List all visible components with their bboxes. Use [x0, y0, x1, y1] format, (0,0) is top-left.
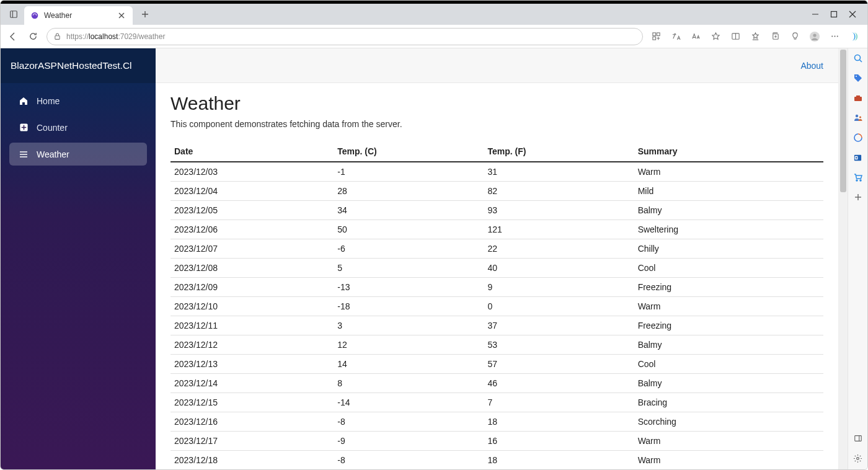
cell-tempc: 50 — [334, 220, 484, 239]
cell-date: 2023/12/11 — [170, 316, 334, 335]
nav-label-home: Home — [37, 96, 60, 106]
svg-rect-37 — [854, 97, 862, 101]
cell-tempc: -18 — [334, 297, 484, 316]
translate-icon[interactable] — [668, 28, 684, 45]
scrollbar-thumb[interactable] — [840, 50, 846, 192]
svg-point-2 — [32, 12, 38, 19]
topbar: About — [156, 48, 838, 83]
side-365-icon[interactable] — [852, 131, 864, 144]
table-row: 2023/12/131457Cool — [170, 355, 823, 374]
side-tools-icon[interactable] — [852, 92, 864, 104]
side-add-icon[interactable] — [852, 191, 864, 203]
cell-date: 2023/12/05 — [170, 201, 334, 220]
table-row: 2023/12/08540Cool — [170, 259, 823, 278]
th-summary: Summary — [634, 141, 823, 162]
table-row: 2023/12/10-180Warm — [170, 297, 823, 316]
svg-point-49 — [857, 457, 859, 459]
nav-label-counter: Counter — [37, 123, 68, 133]
cell-summary: Balmy — [634, 335, 823, 355]
side-shopping-tag-icon[interactable] — [852, 72, 864, 84]
table-row: 2023/12/07-622Chilly — [170, 239, 823, 259]
main: About Weather This component demonstrate… — [156, 48, 838, 469]
extensions-icon[interactable] — [648, 28, 664, 45]
page-scrollbar[interactable] — [838, 48, 848, 469]
cell-tempf: 53 — [484, 335, 634, 355]
weather-table: Date Temp. (C) Temp. (F) Summary 2023/12… — [170, 141, 823, 469]
svg-rect-11 — [55, 36, 60, 40]
cell-tempc: 28 — [334, 182, 484, 201]
table-row: 2023/12/042882Mild — [170, 182, 823, 201]
side-panel-toggle-icon[interactable] — [852, 432, 864, 445]
cell-tempc: -9 — [334, 432, 484, 451]
cell-tempc: 12 — [334, 335, 484, 355]
cell-tempf: 40 — [484, 259, 634, 278]
split-screen-icon[interactable] — [727, 28, 743, 45]
table-row: 2023/12/11337Freezing — [170, 316, 823, 335]
table-row: 2023/12/17-916Warm — [170, 432, 823, 451]
svg-line-35 — [859, 60, 862, 63]
profile-icon[interactable] — [807, 28, 823, 45]
tab-actions-icon[interactable] — [7, 7, 20, 21]
cell-tempc: -6 — [334, 239, 484, 259]
favorite-icon[interactable] — [707, 28, 724, 45]
svg-point-36 — [856, 76, 857, 77]
table-row: 2023/12/16-818Scorching — [170, 412, 823, 432]
svg-point-43 — [856, 180, 857, 181]
svg-rect-0 — [11, 11, 17, 18]
nav-item-counter[interactable]: Counter — [9, 116, 147, 139]
address-bar[interactable]: https://localhost:7029/weather — [46, 28, 643, 45]
collections-icon[interactable] — [767, 28, 783, 45]
text-size-icon[interactable] — [688, 28, 704, 45]
cell-summary: Bracing — [634, 393, 823, 412]
browser-essentials-icon[interactable] — [787, 28, 803, 45]
more-icon[interactable] — [826, 28, 843, 45]
side-search-icon[interactable] — [852, 52, 864, 64]
new-tab-button[interactable] — [136, 6, 154, 23]
svg-rect-13 — [657, 33, 660, 36]
table-row: 2023/12/121253Balmy — [170, 335, 823, 355]
blazor-favicon-icon — [30, 11, 39, 20]
side-settings-icon[interactable] — [852, 452, 864, 464]
table-row: 2023/12/18-818Warm — [170, 451, 823, 470]
about-link[interactable]: About — [800, 61, 823, 71]
nav-item-home[interactable]: Home — [9, 89, 147, 112]
window-minimize-icon[interactable] — [812, 11, 819, 18]
svg-point-34 — [854, 55, 860, 61]
nav-item-weather[interactable]: Weather — [9, 143, 147, 166]
app-brand[interactable]: BlazorASPNetHostedTest.Cl — [1, 48, 156, 83]
side-outlook-icon[interactable] — [852, 151, 864, 164]
cell-tempf: 121 — [484, 220, 634, 239]
cell-tempc: -14 — [334, 393, 484, 412]
cell-tempc: 14 — [334, 355, 484, 374]
copilot-icon[interactable] — [846, 28, 862, 45]
svg-point-39 — [859, 116, 861, 118]
side-person-icon[interactable] — [852, 112, 864, 124]
window-close-icon[interactable] — [849, 11, 856, 18]
browser-tab[interactable]: Weather — [24, 6, 133, 25]
favorites-list-icon[interactable] — [747, 28, 763, 45]
cell-summary: Cool — [634, 355, 823, 374]
cell-summary: Freezing — [634, 316, 823, 335]
cell-tempc: -1 — [334, 162, 484, 182]
tab-strip: Weather — [1, 4, 867, 25]
svg-point-25 — [831, 35, 833, 37]
cell-tempc: 5 — [334, 259, 484, 278]
table-row: 2023/12/03-131Warm — [170, 162, 823, 182]
window-maximize-icon[interactable] — [830, 11, 838, 18]
svg-rect-47 — [854, 436, 861, 441]
refresh-button[interactable] — [24, 28, 42, 45]
list-icon — [18, 149, 29, 160]
body-wrap: BlazorASPNetHostedTest.Cl Home — [1, 48, 867, 469]
content: Weather This component demonstrates fetc… — [156, 83, 838, 469]
tab-close-icon[interactable] — [117, 11, 126, 20]
url-text: https://localhost:7029/weather — [66, 32, 165, 41]
cell-tempf: 31 — [484, 162, 634, 182]
th-tempc: Temp. (C) — [334, 141, 484, 162]
back-button[interactable] — [4, 28, 22, 45]
site-info-icon[interactable] — [53, 32, 61, 40]
cell-tempf: 9 — [484, 278, 634, 297]
app: BlazorASPNetHostedTest.Cl Home — [1, 48, 838, 469]
tab-title: Weather — [44, 11, 117, 20]
browser-window: Weather https://localhost:7029/weathe — [0, 0, 868, 470]
side-cart-icon[interactable] — [852, 171, 864, 184]
